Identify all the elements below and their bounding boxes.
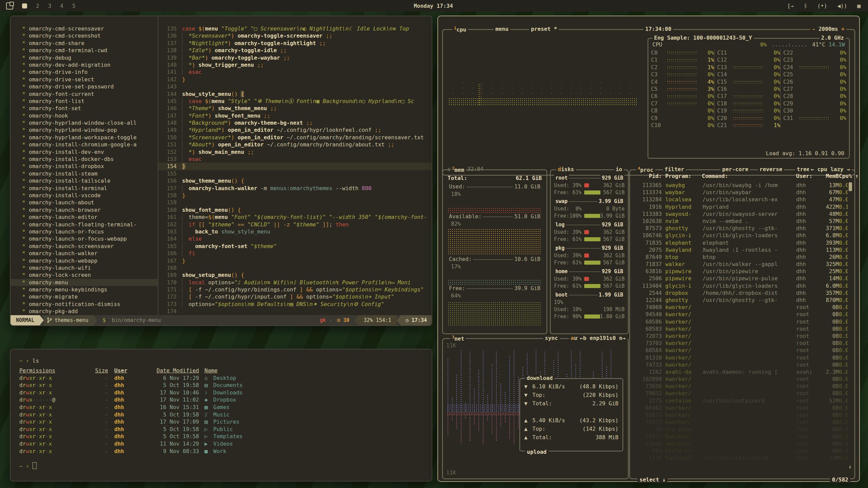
file-item[interactable]: *omarchy-hyprland-workspace-toggle <box>11 134 158 141</box>
code-line[interactable]: 170▏ local options="♪ Audio\n≋ Wifi\nᛒ B… <box>158 279 432 286</box>
workspace-3[interactable]: 3 <box>48 3 52 9</box>
file-item[interactable]: *omarchy-pkg-add <box>11 308 158 315</box>
file-item[interactable]: *omarchy-launch-about <box>11 199 158 206</box>
code-line[interactable]: 174 <box>158 308 432 315</box>
process-row[interactable]: 87573ghostty/usr/bin/ghostty --gtk-dhh37… <box>633 225 848 232</box>
file-item[interactable]: *omarchy-migrate <box>11 293 158 300</box>
file-item[interactable]: *omarchy-drive-set-password <box>11 83 158 90</box>
file-item[interactable]: *omarchy-cmd-screenshot <box>11 32 158 39</box>
process-row[interactable]: 113374waybar/usr/bin/waybardhh67M0.0 <box>633 189 848 196</box>
code-line[interactable]: 135case $(menu "Toggle" "▢ Screensaver\n… <box>158 25 432 32</box>
code-line[interactable]: 149▏ *Hyprland*) open_in_editor ~/.confi… <box>158 126 432 134</box>
process-row[interactable]: 87649btopbtopdhh26M0.0 <box>633 253 848 261</box>
file-item[interactable]: *omarchy-install-dropbox <box>11 163 158 170</box>
interface-switcher[interactable]: ←b enp191s0 n→ <box>578 335 627 341</box>
code-buffer[interactable]: 135case $(menu "Toggle" "▢ Screensaver\n… <box>158 16 432 315</box>
scrollbar-thumb[interactable] <box>849 182 852 191</box>
bluetooth-icon[interactable]: ᛒ <box>804 3 807 9</box>
sort-column-button[interactable]: ← cpu lazy → <box>809 166 852 172</box>
code-line[interactable]: 155 <box>158 170 432 177</box>
process-row[interactable]: 113383swayosd-/usr/bin/swayosd-serverdhh… <box>633 210 848 218</box>
process-row[interactable]: 2544dropbox/home/dhh/.dropbox-distdhh357… <box>633 289 848 297</box>
file-item[interactable]: *omarchy-launch-screensaver <box>11 243 158 250</box>
code-line[interactable]: 138▏ *Idle*) omarchy-toggle-idle ;; <box>158 47 432 54</box>
file-item[interactable]: *omarchy-hyprland-window-close-all <box>11 119 158 126</box>
process-row[interactable]: 102099kworker/root0B0.0 <box>633 375 848 383</box>
process-row[interactable]: 68586kworker/root0B0.0 <box>633 318 848 325</box>
file-item[interactable]: *omarchy-cmd-share <box>11 40 158 47</box>
process-row[interactable]: 106746glycin-i/usr/lib/glycin-loadersdhh… <box>633 232 848 239</box>
code-line[interactable]: 167} <box>158 257 432 264</box>
code-line[interactable]: 172▏ [ -f ~/.config/hypr/input.conf ] &&… <box>158 293 432 300</box>
file-item[interactable]: *omarchy-lock-screen <box>11 271 158 279</box>
layout-icon[interactable] <box>6 2 13 9</box>
process-header-row[interactable]: Pid:Program:Command:User:MemBCpu% ↑ <box>633 173 848 179</box>
process-row[interactable]: 72088kworker/root0B0.0 <box>633 440 848 447</box>
process-row[interactable]: 12244ghostty/usr/bin/ghostty --gtk-dhh87… <box>633 297 848 304</box>
code-line[interactable]: 159 <box>158 199 432 206</box>
select-footer[interactable]: select ↓ <box>637 476 668 483</box>
file-item[interactable]: *omarchy-dev-add-migration <box>11 61 158 68</box>
process-row[interactable]: 73656kworker/root0B0.0 <box>633 383 848 390</box>
file-item[interactable]: *omarchy-launch-or-focus <box>11 228 158 235</box>
code-line[interactable]: 164▏ else <box>158 235 432 242</box>
file-item[interactable]: *omarchy-install-terminal <box>11 185 158 192</box>
file-item[interactable]: *omarchy-install-vscode <box>11 192 158 199</box>
sync-button[interactable]: sync <box>543 335 560 341</box>
file-item[interactable]: *omarchy-launch-floating-terminal- <box>11 221 158 228</box>
preset-button[interactable]: preset * <box>529 26 559 32</box>
code-line[interactable]: 139▏ *Bar*) omarchy-toggle-waybar ;; <box>158 54 432 61</box>
code-line[interactable]: 165▏ omarchy-font-set "$theme" <box>158 243 432 250</box>
file-item[interactable]: *omarchy-launch-walker <box>11 250 158 257</box>
process-row[interactable]: 95673kworker/root0B0.0 <box>633 411 848 419</box>
reverse-button[interactable]: reverse <box>758 166 784 172</box>
file-item[interactable]: *omarchy-font-list <box>11 98 158 105</box>
process-row[interactable]: 74733kworker/root0B0.0 <box>633 361 848 368</box>
filter-button[interactable]: filter <box>663 166 686 172</box>
terminal-window[interactable]: ~ › ls PermissionsSizeUserDate ModifiedN… <box>10 349 432 482</box>
workspace-2[interactable]: 2 <box>36 3 39 9</box>
code-line[interactable]: 146▏ *Theme*) show_theme_menu ;; <box>158 105 432 112</box>
process-row[interactable]: 68584kworker/root0B0.0 <box>633 347 848 354</box>
code-line[interactable]: 154} <box>158 163 432 170</box>
file-item[interactable]: *omarchy-launch-browser <box>11 206 158 214</box>
code-line[interactable]: 162▏ if [[ "$theme" == "CNCLD" || -z "$t… <box>158 221 432 228</box>
code-line[interactable]: 161▏ theme=$(menu "Font" "$(omarchy-font… <box>158 214 432 221</box>
code-line[interactable]: 158} <box>158 192 432 199</box>
process-row[interactable]: 71835elephantelephantdhh393M0.0 <box>633 239 848 246</box>
code-line[interactable]: 163▏ back_to show_style_menu <box>158 228 432 235</box>
code-line[interactable]: 148▏ *Background*) omarchy-theme-bg-next… <box>158 119 432 126</box>
process-row[interactable]: 102638nvimnvim --embed .dhh57M0.0 <box>633 218 848 225</box>
file-item[interactable]: *omarchy-install-chromium-google-a <box>11 141 158 148</box>
process-row[interactable]: 81310kworker/root0B0.0 <box>633 354 848 361</box>
code-line[interactable]: 150▏ *Screensaver*) open_in_editor ~/.co… <box>158 134 432 141</box>
network-icon[interactable]: (•) <box>817 3 827 9</box>
workspace-5[interactable]: 5 <box>72 3 76 9</box>
logout-icon[interactable]: [→ <box>787 3 794 9</box>
file-item[interactable]: *omarchy-cmd-terminal-cwd <box>11 47 158 54</box>
file-item[interactable]: *omarchy-launch-webapp <box>11 257 158 264</box>
process-row[interactable]: 1170tailscal/usr/sbin/tailscaled -root73… <box>633 454 848 462</box>
chip-icon[interactable]: ▦ <box>857 3 861 9</box>
scroll-down-icon[interactable]: ↓ <box>848 463 852 470</box>
process-row[interactable]: 73703kworker/root0B0.0 <box>633 340 848 347</box>
file-item[interactable]: *omarchy-drive-select <box>11 76 158 83</box>
file-explorer[interactable]: *omarchy-cmd-screensaver*omarchy-cmd-scr… <box>11 16 158 315</box>
process-row[interactable]: 1275containe/usr/bin/containerdroot52M0.… <box>633 397 848 404</box>
file-item[interactable]: *omarchy-font-set <box>11 105 158 112</box>
process-row[interactable]: 71837walker/usr/bin/walker --gappldhh325… <box>633 261 848 268</box>
process-row[interactable]: 113365swaybg/usr/bin/swaybg -i /homdhh13… <box>633 182 848 189</box>
process-row[interactable]: 1162avahi-daavahi-daemon: running [avahi… <box>633 368 848 375</box>
code-line[interactable]: 141▏ esac <box>158 68 432 76</box>
code-line[interactable]: 140▏ *) show_trigger_menu ;; <box>158 61 432 68</box>
process-row[interactable]: 72073kworker/root0B0.0 <box>633 332 848 340</box>
code-line[interactable]: 156show_theme_menu() { <box>158 177 432 184</box>
process-row[interactable]: 68583kworker/root0B0.0 <box>633 325 848 332</box>
file-item[interactable]: *omarchy-font-current <box>11 90 158 98</box>
code-line[interactable]: 142} <box>158 76 432 83</box>
file-item[interactable]: *omarchy-install-dev-env <box>11 148 158 156</box>
process-row[interactable]: 2506pipewire/usr/bin/pipewire-pulsedhh14… <box>633 275 848 282</box>
process-row[interactable]: 94540kworker/root0B0.0 <box>633 311 848 318</box>
process-row[interactable]: 2075XwaylandXwayland :1 -rootless -dhh11… <box>633 246 848 253</box>
process-row[interactable]: 68402kworker/root0B0.0 <box>633 404 848 411</box>
